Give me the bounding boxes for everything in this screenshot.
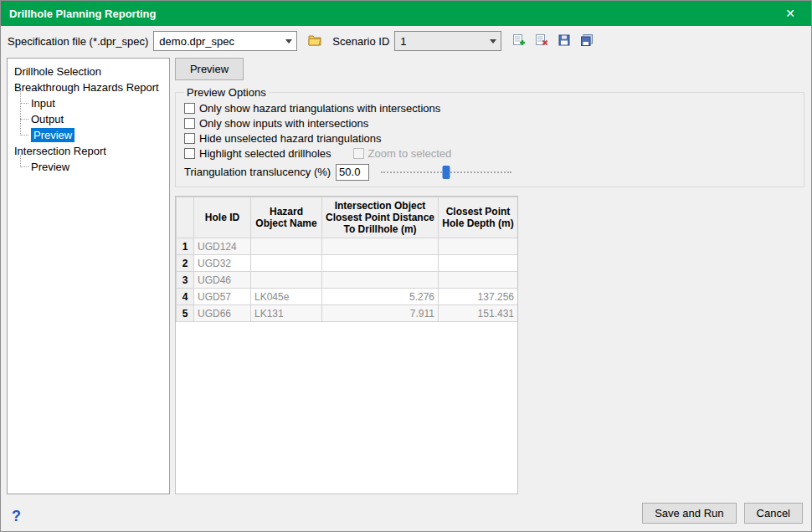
depth-cell[interactable]: 151.431 [439,305,518,322]
delete-scenario-icon [535,33,548,49]
depth-cell[interactable] [439,272,518,289]
delete-scenario-button[interactable] [532,32,551,50]
checkbox-label: Zoom to selected [368,147,452,160]
chevron-down-icon[interactable] [281,32,296,50]
hazard-object-cell[interactable]: LK131 [251,305,322,322]
translucency-slider[interactable] [381,165,511,180]
tree-item-preview-intersection[interactable]: Preview [20,159,166,175]
tree-item-intersection-report[interactable]: Intersection Report [13,143,166,159]
slider-thumb[interactable] [443,166,450,179]
translucency-label: Triangulation translucency (%) [184,166,331,178]
help-icon[interactable]: ? [12,508,21,525]
checkbox-box [184,148,195,159]
header-hazard-object-name[interactable]: Hazard Object Name [251,197,322,238]
depth-cell[interactable] [439,238,518,255]
checkbox-hide-unselected-hazard[interactable]: Hide unselected hazard triangulations [184,130,382,146]
preview-options-title: Preview Options [184,86,269,99]
tree-item-label: Preview [31,161,69,173]
hole-id-cell[interactable]: UGD32 [194,255,251,272]
tree-item-label: Breakthrough Hazards Report [14,81,159,94]
preview-button[interactable]: Preview [175,58,244,80]
dialog-window: Drillhole Planning Reporting ✕ Specifica… [0,0,812,532]
hazard-object-cell[interactable] [251,272,322,289]
table-row[interactable]: 3 UGD46 [177,272,518,289]
checkbox-box [184,133,195,144]
save-scenario-button[interactable] [555,32,573,50]
window-title: Drillhole Planning Reporting [9,8,157,20]
save-and-run-button[interactable]: Save and Run [642,503,736,524]
tree-children-breakthrough: Input Output Preview [20,95,166,143]
checkbox-label: Only show hazard triangulations with int… [199,102,440,115]
footer-buttons: Save and Run Cancel [642,503,803,524]
checkbox-only-show-inputs[interactable]: Only show inputs with intersections [184,115,368,130]
row-number-cell: 5 [177,305,194,322]
tree-item-output[interactable]: Output [20,111,166,127]
tree-item-breakthrough-hazards-report[interactable]: Breakthrough Hazards Report [13,79,166,95]
hazard-object-cell[interactable]: LK045e [251,289,322,305]
preview-options-group: Preview Options Only show hazard triangu… [175,86,804,187]
header-intersection-distance[interactable]: Intersection Object Closest Point Distan… [322,197,439,238]
distance-cell[interactable] [322,272,439,289]
table-row[interactable]: 5 UGD66 LK131 7.911 151.431 [177,305,518,322]
header-closest-point-depth[interactable]: Closest Point Hole Depth (m) [439,197,518,238]
checkbox-only-show-hazard-triangulations[interactable]: Only show hazard triangulations with int… [184,100,440,115]
distance-cell[interactable] [322,238,439,255]
row-number-cell: 2 [177,255,194,272]
checkbox-label: Hide unselected hazard triangulations [199,132,382,145]
row-number-cell: 3 [177,272,194,289]
folder-open-icon [307,33,322,49]
tree-children-intersection: Preview [20,159,166,175]
header-row-number [177,197,194,238]
main-panel: Preview Preview Options Only show hazard… [175,58,804,494]
scenario-toolbar [510,32,596,50]
new-scenario-button[interactable] [510,32,528,50]
spec-file-combobox[interactable]: demo.dpr_spec [153,31,297,51]
hole-id-cell[interactable]: UGD46 [194,272,251,289]
checkbox-label: Highlight selected drillholes [199,147,331,160]
hole-id-cell[interactable]: UGD66 [194,305,251,322]
row-number-cell: 4 [177,289,194,305]
tree-item-label: Input [31,97,55,110]
tree-item-label: Output [31,113,64,125]
toolbar: Specification file (*.dpr_spec) demo.dpr… [1,26,811,56]
tree-item-drillhole-selection[interactable]: Drillhole Selection [13,64,166,79]
scenario-id-combobox[interactable]: 1 [394,31,501,51]
tree-item-label: Intersection Report [14,145,106,157]
distance-cell[interactable]: 7.911 [322,305,439,322]
checkbox-label: Only show inputs with intersections [199,117,368,130]
spec-file-label: Specification file (*.dpr_spec) [8,35,148,48]
scenario-id-label: Scenario ID [332,35,389,48]
tree-item-preview-breakthrough[interactable]: Preview [20,127,166,143]
results-table-panel: Hole ID Hazard Object Name Intersection … [175,196,518,494]
translucency-row: Triangulation translucency (%) [184,163,795,181]
tree-item-input[interactable]: Input [20,95,166,111]
new-scenario-icon [512,33,526,49]
chevron-down-icon[interactable] [486,32,501,50]
hazard-object-cell[interactable] [251,255,322,272]
save-scenario-icon [558,33,571,49]
table-header-row: Hole ID Hazard Object Name Intersection … [177,197,518,238]
results-table: Hole ID Hazard Object Name Intersection … [176,197,518,322]
hazard-object-cell[interactable] [251,238,322,255]
close-button[interactable]: ✕ [778,1,803,26]
checkbox-highlight-selected-drillholes[interactable]: Highlight selected drillholes [184,146,331,161]
table-row[interactable]: 2 UGD32 [177,255,518,272]
distance-cell[interactable] [322,255,439,272]
row-number-cell: 1 [177,238,194,255]
tree-item-label: Preview [31,128,75,142]
save-copy-scenario-button[interactable] [578,32,596,50]
depth-cell[interactable] [439,255,518,272]
depth-cell[interactable]: 137.256 [439,289,518,305]
navigation-panel: Drillhole Selection Breakthrough Hazards… [7,58,170,494]
browse-folder-button[interactable] [304,30,326,52]
spec-file-value: demo.dpr_spec [154,35,281,48]
distance-cell[interactable]: 5.276 [322,289,439,305]
table-row[interactable]: 1 UGD124 [177,238,518,255]
translucency-input[interactable] [336,164,369,181]
hole-id-cell[interactable]: UGD124 [194,238,251,255]
header-hole-id[interactable]: Hole ID [194,197,251,238]
checkbox-box [184,103,195,114]
cancel-button[interactable]: Cancel [744,503,803,524]
table-row[interactable]: 4 UGD57 LK045e 5.276 137.256 [177,289,518,305]
hole-id-cell[interactable]: UGD57 [194,289,251,305]
